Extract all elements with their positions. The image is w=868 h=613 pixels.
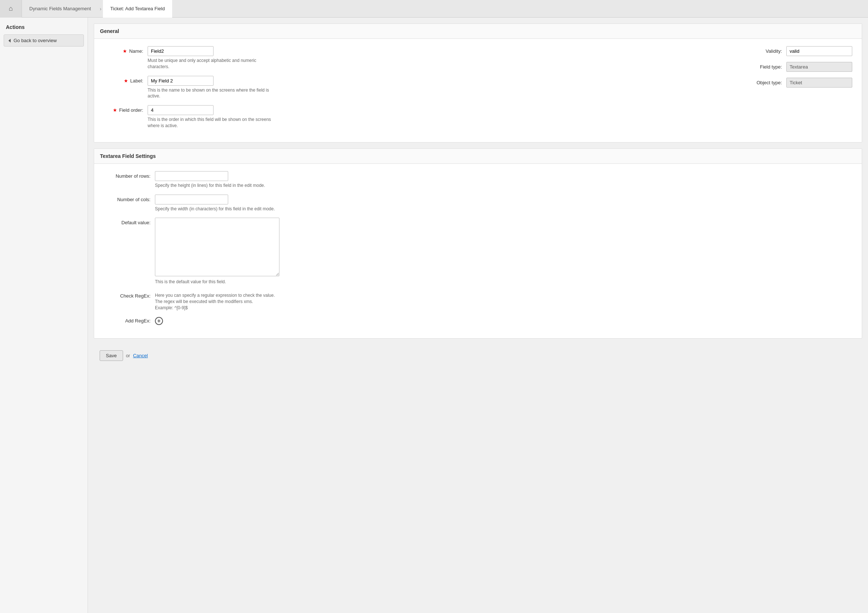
validity-input[interactable] [786,46,852,56]
field-type-row: Field type: [739,62,856,72]
field-order-input[interactable] [147,105,214,115]
object-type-row: Object type: [739,78,856,88]
label-label: ★ Label: [100,76,147,84]
add-regex-label: Add RegEx: [100,318,155,324]
general-section: General ★ Name: Must be [94,23,862,143]
breadcrumb-dynamic-fields[interactable]: Dynamic Fields Management [22,0,98,18]
validity-row: Validity: [739,46,856,56]
default-value-row: Default value: This is the default value… [100,218,856,285]
label-row: ★ Label: This is the name to be shown on… [100,76,724,100]
textarea-settings-body: Number of rows: Specify the height (in l… [94,164,862,338]
field-type-input [786,62,852,72]
rows-input[interactable] [155,171,228,181]
default-value-hint: This is the default value for this field… [155,279,279,285]
default-value-label: Default value: [100,218,155,225]
field-order-label: ★ Field order: [100,105,147,113]
home-button[interactable]: ⌂ [0,0,22,18]
required-star-order: ★ [113,107,117,113]
object-type-field [786,78,856,88]
or-text: or [126,353,130,358]
cols-row: Number of cols: Specify the width (in ch… [100,194,856,212]
rows-hint: Specify the height (in lines) for this f… [155,183,279,189]
name-field: Must be unique and only accept alphabeti… [147,46,724,70]
cols-field: Specify the width (in characters) for th… [155,194,856,212]
general-right-col: Validity: Field type: [739,46,856,135]
name-label: ★ Name: [100,46,147,54]
rows-label: Number of rows: [100,171,155,179]
validity-label: Validity: [739,46,786,54]
arrow-left-icon [8,39,11,42]
sidebar: Actions Go back to overview [0,18,88,613]
field-order-row: ★ Field order: This is the order in whic… [100,105,724,129]
field-type-label: Field type: [739,62,786,70]
rows-row: Number of rows: Specify the height (in l… [100,171,856,189]
rows-field: Specify the height (in lines) for this f… [155,171,856,189]
add-regex-row: Add RegEx: + [100,317,856,325]
add-regex-button[interactable]: + [155,317,163,325]
field-type-field [786,62,856,72]
breadcrumb-current: Ticket: Add Textarea Field [103,0,172,18]
field-order-field: This is the order in which this field wi… [147,105,724,129]
validity-field [786,46,856,56]
field-order-hint: This is the order in which this field wi… [147,116,272,129]
general-form: ★ Name: Must be unique and only accept a… [100,46,856,135]
form-footer: Save or Cancel [94,345,862,367]
name-input[interactable] [147,46,214,56]
textarea-settings-section: Textarea Field Settings Number of rows: … [94,148,862,338]
object-type-label: Object type: [739,78,786,85]
label-hint: This is the name to be shown on the scre… [147,87,272,100]
sidebar-title: Actions [0,21,88,34]
label-input[interactable] [147,76,214,86]
cols-hint: Specify the width (in characters) for th… [155,206,279,212]
name-hint: Must be unique and only accept alphabeti… [147,57,272,70]
cols-input[interactable] [155,194,228,205]
home-icon: ⌂ [9,5,13,12]
check-regex-hint: Here you can specify a regular expressio… [155,292,279,311]
general-section-body: ★ Name: Must be unique and only accept a… [94,39,862,142]
required-star: ★ [123,48,127,54]
save-button[interactable]: Save [100,350,123,361]
cols-label: Number of cols: [100,194,155,202]
back-to-overview-button[interactable]: Go back to overview [4,34,84,47]
main-layout: Actions Go back to overview General ★ [0,18,868,613]
check-regex-row: Check RegEx: Here you can specify a regu… [100,291,856,311]
general-section-header: General [94,24,862,39]
general-left-col: ★ Name: Must be unique and only accept a… [100,46,724,135]
content-area: General ★ Name: Must be [88,18,868,613]
object-type-input [786,78,852,88]
default-value-textarea[interactable] [155,218,279,276]
check-regex-field: Here you can specify a regular expressio… [155,291,856,311]
breadcrumb-separator: › [100,6,101,12]
label-field: This is the name to be shown on the scre… [147,76,724,100]
required-star-label: ★ [124,78,128,84]
default-value-field: This is the default value for this field… [155,218,856,285]
breadcrumb: ⌂ Dynamic Fields Management › Ticket: Ad… [0,0,868,18]
cancel-button[interactable]: Cancel [133,353,147,358]
name-row: ★ Name: Must be unique and only accept a… [100,46,724,70]
textarea-settings-header: Textarea Field Settings [94,149,862,164]
check-regex-label: Check RegEx: [100,291,155,299]
